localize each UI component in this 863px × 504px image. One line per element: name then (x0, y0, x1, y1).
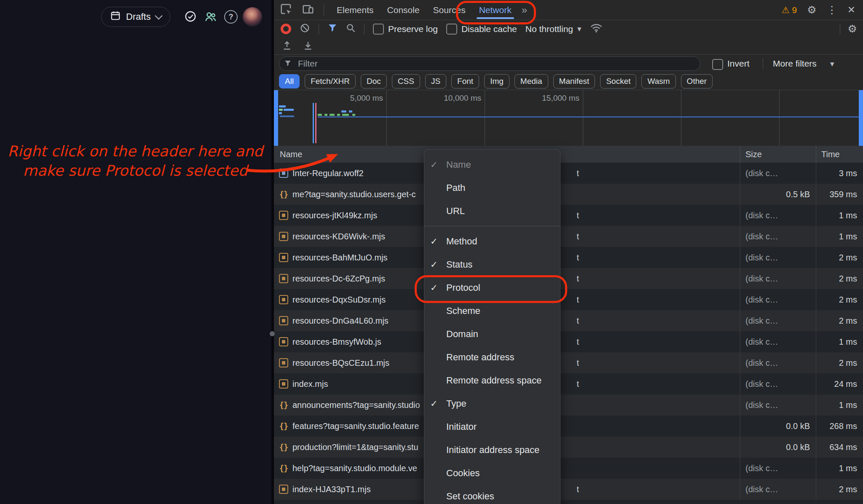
overflow-menu-icon[interactable]: ⋮ (827, 4, 837, 16)
preserve-log-checkbox[interactable]: Preserve log (373, 24, 438, 35)
device-toolbar-icon[interactable] (302, 3, 314, 17)
close-icon[interactable]: ✕ (847, 4, 855, 16)
menu-item-label: Initiator (446, 421, 477, 432)
settings-gear-icon[interactable]: ⚙ (807, 4, 816, 16)
table-row[interactable]: resources-BmsyfWob.jst(disk c…1 ms (274, 331, 863, 352)
inspect-element-icon[interactable] (280, 3, 292, 17)
table-row[interactable]: resources-BQsCEzu1.mjst(disk c…2 ms (274, 352, 863, 373)
filter-chip-doc[interactable]: Doc (361, 74, 387, 88)
column-header-size[interactable]: Size (740, 146, 816, 163)
table-row[interactable]: resources-DqxSuDsr.mjst(disk c…2 ms (274, 289, 863, 310)
request-time-cell: 359 ms (816, 184, 863, 205)
disable-cache-checkbox[interactable]: Disable cache (446, 24, 517, 35)
filter-chip-socket[interactable]: Socket (600, 74, 636, 88)
network-overview[interactable]: 5,000 ms10,000 ms15,000 ms (274, 90, 863, 146)
script-file-icon (279, 379, 288, 389)
filter-chip-media[interactable]: Media (515, 74, 548, 88)
annotation-text: Right click on the header here and make … (3, 142, 268, 180)
drafts-dropdown[interactable]: Drafts (101, 7, 170, 27)
request-size: (disk c… (745, 253, 778, 263)
filter-chip-all[interactable]: All (279, 74, 300, 88)
tab-sources[interactable]: Sources (426, 0, 472, 20)
table-row[interactable]: {}me?tag=sanity.studio.users.get-c0.5 kB… (274, 184, 863, 205)
table-row[interactable]: resources-DnGa4L60.mjst(disk c…2 ms (274, 310, 863, 331)
menu-item-protocol[interactable]: ✓Protocol (424, 276, 560, 299)
filter-chip-img[interactable]: Img (484, 74, 509, 88)
request-size-cell: 0.5 kB (740, 184, 816, 205)
filter-chip-js[interactable]: JS (425, 74, 446, 88)
resize-handle[interactable] (270, 331, 275, 336)
filter-input[interactable] (279, 56, 700, 71)
filter-chip-wasm[interactable]: Wasm (641, 74, 675, 88)
table-row[interactable]: {}production?limit=1&tag=sanity.stu0.0 k… (274, 437, 863, 458)
menu-item-scheme[interactable]: Scheme (424, 299, 560, 322)
menu-item-path[interactable]: Path (424, 176, 560, 199)
requests-table-header[interactable]: Name Size Time (274, 146, 863, 163)
collaborators-button[interactable] (204, 10, 217, 23)
table-row[interactable]: {}announcements?tag=sanity.studio(disk c… (274, 394, 863, 416)
request-name: index-HJA33pT1.mjs (292, 485, 371, 494)
export-har-icon[interactable] (303, 40, 314, 53)
invert-checkbox[interactable] (712, 59, 723, 70)
filter-chip-css[interactable]: CSS (392, 74, 420, 88)
record-button[interactable] (281, 24, 291, 34)
table-row[interactable]: resources-BahMtJuO.mjst(disk c…2 ms (274, 247, 863, 268)
warning-counter[interactable]: ⚠ 9 (782, 5, 797, 15)
menu-item-remote-address-space[interactable]: Remote address space (424, 369, 560, 392)
menu-item-label: Set cookies (446, 491, 494, 502)
table-row[interactable]: {}help?tag=sanity.studio.module.ve(disk … (274, 458, 863, 479)
request-size-cell: (disk c… (740, 226, 816, 247)
table-row[interactable]: {}features?tag=sanity.studio.feature0.0 … (274, 416, 863, 437)
menu-item-initiator-address-space[interactable]: Initiator address space (424, 438, 560, 461)
filter-funnel-icon[interactable] (327, 23, 338, 35)
request-name: announcements?tag=sanity.studio (292, 400, 420, 410)
network-settings-gear-icon[interactable]: ⚙ (848, 23, 857, 35)
request-time-cell: 2 ms (816, 289, 863, 310)
menu-item-status[interactable]: ✓Status (424, 253, 560, 276)
menu-item-label: Scheme (446, 306, 480, 316)
toolbar-separator (324, 5, 324, 16)
clear-icon[interactable] (300, 23, 310, 35)
table-row[interactable]: resources-Dc-6ZcPg.mjst(disk c…2 ms (274, 268, 863, 289)
tab-network[interactable]: Network (472, 0, 518, 20)
request-name: index.mjs (292, 379, 328, 389)
filter-chip-manifest[interactable]: Manifest (553, 74, 595, 88)
search-icon[interactable] (346, 23, 356, 35)
menu-item-label: Initiator address space (446, 445, 539, 456)
throttling-dropdown[interactable]: No throttling ▾ (525, 24, 582, 34)
table-row[interactable]: Inter-Regular.woff2t(disk c…3 ms (274, 163, 863, 184)
menu-item-remote-address[interactable]: Remote address (424, 346, 560, 369)
request-size: (disk c… (745, 232, 778, 241)
request-time-cell: 1 ms (816, 458, 863, 479)
network-conditions-icon[interactable] (590, 22, 603, 35)
menu-item-url[interactable]: URL (424, 199, 560, 223)
filter-chip-fetch-xhr[interactable]: Fetch/XHR (305, 74, 356, 88)
table-row[interactable]: index-HJA33pT1.mjst(disk c…2 ms (274, 479, 863, 500)
menu-item-cookies[interactable]: Cookies (424, 461, 560, 485)
menu-item-method[interactable]: ✓Method (424, 230, 560, 253)
request-size: (disk c… (745, 295, 778, 305)
tab-console[interactable]: Console (381, 0, 426, 20)
publish-check-button[interactable] (184, 10, 197, 23)
overview-right-handle[interactable] (859, 90, 863, 146)
more-filters-dropdown[interactable]: More filters (773, 59, 817, 69)
table-row[interactable]: resources-KD6Wivk-.mjst(disk c…1 ms (274, 226, 863, 247)
menu-item-type[interactable]: ✓Type (424, 392, 560, 415)
request-time-cell: 1 ms (816, 205, 863, 226)
help-button[interactable]: ? (224, 10, 238, 24)
import-har-icon[interactable] (281, 40, 292, 53)
table-row[interactable]: resources-jtKl49kz.mjst(disk c…1 ms (274, 205, 863, 226)
menu-item-set-cookies[interactable]: Set cookies (424, 485, 560, 504)
table-row[interactable]: index.mjst(disk c…24 ms (274, 373, 863, 394)
overview-left-handle[interactable] (274, 90, 278, 146)
more-tabs-icon[interactable]: » (518, 4, 531, 16)
menu-item-name[interactable]: ✓Name (424, 153, 560, 176)
menu-item-initiator[interactable]: Initiator (424, 415, 560, 438)
request-size-cell: (disk c… (740, 458, 816, 479)
filter-chip-other[interactable]: Other (681, 74, 713, 88)
avatar[interactable] (243, 7, 262, 27)
tab-elements[interactable]: Elements (330, 0, 381, 20)
column-header-time[interactable]: Time (816, 146, 863, 163)
menu-item-domain[interactable]: Domain (424, 322, 560, 346)
filter-chip-font[interactable]: Font (451, 74, 479, 88)
